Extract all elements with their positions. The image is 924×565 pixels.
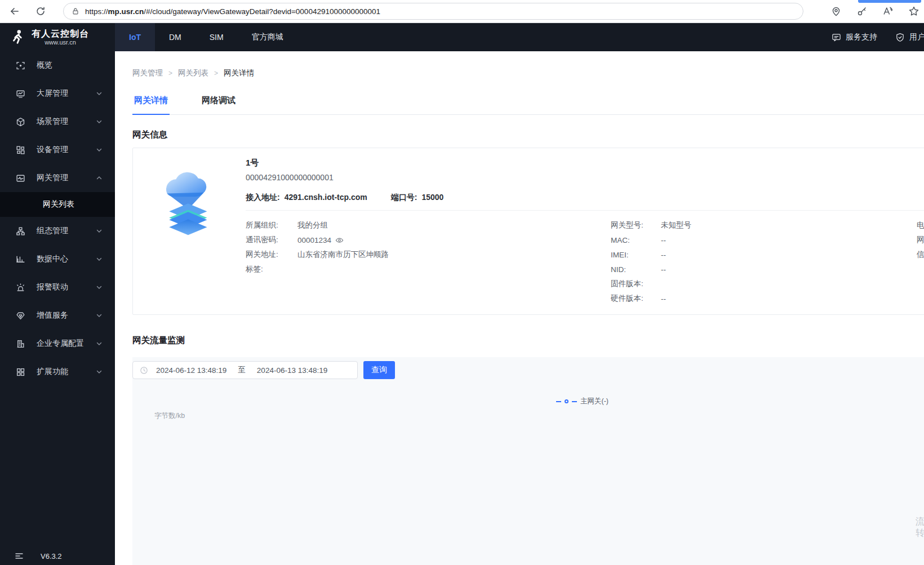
- logo-subtitle: www.usr.cn: [45, 39, 76, 46]
- float-tag[interactable]: 流: [916, 517, 924, 527]
- screen: https://mp.usr.cn/#/cloud/gateway/ViewGa…: [0, 0, 924, 565]
- location-icon[interactable]: [830, 6, 842, 17]
- field-row-tags: 标签:: [246, 262, 389, 277]
- bar-chart-icon: [16, 255, 25, 264]
- tab-gateway-detail[interactable]: 网关详情: [132, 91, 170, 115]
- chevron-down-icon: [96, 284, 103, 291]
- top-nav: IoT DM SIM 官方商城: [115, 23, 297, 51]
- refresh-icon[interactable]: [35, 6, 46, 17]
- gateway-access-row: 接入地址: 4291.cnsh.iot-tcp.com 端口号: 15000: [246, 193, 443, 203]
- chevron-down-icon: [96, 228, 103, 234]
- gem-icon: [16, 311, 25, 321]
- browser-actions: [830, 6, 919, 17]
- field-value: --: [661, 251, 666, 259]
- query-button[interactable]: 查询: [363, 361, 395, 379]
- card-divider: [246, 210, 924, 211]
- sidebar-label: 网关管理: [37, 173, 68, 183]
- sidebar-item-datacenter[interactable]: 数据中心: [0, 245, 115, 273]
- access-address-label: 接入地址:: [246, 193, 280, 203]
- legend-label: 主网关(-): [580, 397, 608, 406]
- gateway-info-card: 1号 00004291000000000001 接入地址: 4291.cnsh.…: [132, 148, 924, 315]
- version-label: V6.3.2: [41, 552, 62, 560]
- field-label: 网关地址:: [246, 250, 297, 260]
- address-bar[interactable]: https://mp.usr.cn/#/cloud/gateway/ViewGa…: [63, 3, 803, 20]
- chevron-down-icon: [96, 256, 103, 263]
- field-row-address: 网关地址: 山东省济南市历下区坤顺路: [246, 247, 389, 262]
- key-icon[interactable]: [856, 6, 868, 17]
- range-start-value[interactable]: 2024-06-12 13:48:19: [156, 366, 226, 375]
- top-nav-mall[interactable]: 官方商城: [238, 23, 297, 51]
- app-topbar: 有人云控制台 www.usr.cn IoT DM SIM 官方商城 服务支持 用…: [0, 23, 924, 51]
- sidebar-item-enterprise[interactable]: 企业专属配置: [0, 330, 115, 358]
- top-nav-dm[interactable]: DM: [155, 23, 196, 51]
- clipped-float-widget: 流 转: [916, 517, 924, 538]
- float-tag[interactable]: 转: [916, 528, 924, 538]
- sidebar-item-device[interactable]: 设备管理: [0, 136, 115, 164]
- sidebar-item-gateway[interactable]: 网关管理: [0, 164, 115, 192]
- range-end-value[interactable]: 2024-06-13 13:48:19: [257, 366, 327, 375]
- field-row-hardware: 硬件版本: --: [611, 291, 691, 306]
- breadcrumb-gateway-mgmt[interactable]: 网关管理: [132, 68, 163, 78]
- overview-icon: [16, 61, 25, 70]
- legend-line: [556, 401, 561, 402]
- legend-ring-icon: [565, 399, 568, 403]
- lock-icon: [72, 7, 79, 15]
- sidebar-item-hmi[interactable]: 组态管理: [0, 217, 115, 245]
- chevron-up-icon: [96, 175, 103, 181]
- read-aloud-icon[interactable]: [882, 6, 894, 17]
- sidebar-item-vas[interactable]: 增值服务: [0, 301, 115, 330]
- sidebar-label: 大屏管理: [37, 88, 68, 99]
- sidebar-label: 扩展功能: [37, 367, 68, 377]
- field-value: 我的分组: [297, 220, 328, 230]
- scene-cube-icon: [16, 117, 25, 127]
- field-row-org: 所属组织: 我的分组: [246, 218, 389, 233]
- back-icon[interactable]: [9, 6, 20, 17]
- field-value: --: [661, 295, 666, 303]
- tab-network-debug[interactable]: 网络调试: [200, 91, 237, 115]
- sidebar-label: 企业专属配置: [37, 339, 84, 349]
- bigscreen-icon: [16, 89, 25, 99]
- section-title-traffic: 网关流量监测: [132, 335, 185, 346]
- gateway-device-id: 00004291000000000001: [246, 173, 334, 182]
- logo-text: 有人云控制台 www.usr.cn: [32, 29, 89, 46]
- favorite-star-icon[interactable]: [908, 6, 919, 17]
- info-fields-right: 网关型号: 未知型号 MAC: -- IMEI: -- NID: --: [611, 218, 691, 306]
- field-row-imei: IMEI: --: [611, 247, 691, 262]
- sidebar-sub-label: 网关列表: [43, 199, 74, 210]
- user-rights-link[interactable]: 用户权益: [895, 32, 924, 42]
- field-label: 固件版本:: [611, 279, 661, 289]
- field-value: --: [661, 236, 666, 244]
- chevron-down-icon: [96, 146, 103, 153]
- field-row-firmware: 固件版本:: [611, 277, 691, 291]
- date-range-picker[interactable]: 2024-06-12 13:48:19 至 2024-06-13 13:48:1…: [132, 361, 358, 379]
- info-fields-left: 所属组织: 我的分组 通讯密码: 00001234 网关地址: 山东省济南市历下…: [246, 218, 389, 277]
- sidebar-item-extensions[interactable]: 扩展功能: [0, 358, 115, 386]
- top-nav-iot[interactable]: IoT: [115, 23, 155, 51]
- chevron-down-icon: [96, 340, 103, 347]
- service-support-link[interactable]: 服务支持: [832, 32, 877, 42]
- sidebar-item-scene[interactable]: 场景管理: [0, 108, 115, 136]
- sidebar: 概览 大屏管理 场景管理 设备管理 网关管理: [0, 51, 115, 565]
- field-label: 标签:: [246, 264, 297, 274]
- breadcrumb-separator: >: [214, 69, 218, 77]
- sidebar-item-overview[interactable]: 概览: [0, 51, 115, 79]
- top-nav-sim[interactable]: SIM: [196, 23, 238, 51]
- field-label: 网关型号:: [611, 220, 661, 230]
- gateway-name: 1号: [246, 158, 259, 168]
- chevron-down-icon: [96, 90, 103, 97]
- sidebar-item-bigscreen[interactable]: 大屏管理: [0, 79, 115, 108]
- usr-logo[interactable]: 有人云控制台 www.usr.cn: [0, 23, 115, 51]
- breadcrumb-gateway-list[interactable]: 网关列表: [178, 68, 208, 78]
- sidebar-item-alarm[interactable]: 报警联动: [0, 273, 115, 301]
- field-value: 山东省济南市历下区坤顺路: [297, 250, 389, 260]
- chart-legend-main-gateway[interactable]: 主网关(-): [556, 397, 608, 406]
- eye-icon[interactable]: [335, 236, 344, 244]
- chevron-down-icon: [96, 312, 103, 319]
- sidebar-label: 增值服务: [37, 310, 68, 321]
- range-separator: 至: [238, 365, 246, 375]
- four-squares-icon: [16, 367, 25, 377]
- service-support-label: 服务支持: [846, 32, 877, 42]
- collapse-menu-icon[interactable]: [15, 551, 24, 560]
- shield-icon: [895, 33, 905, 42]
- sidebar-item-gateway-list[interactable]: 网关列表: [0, 192, 115, 217]
